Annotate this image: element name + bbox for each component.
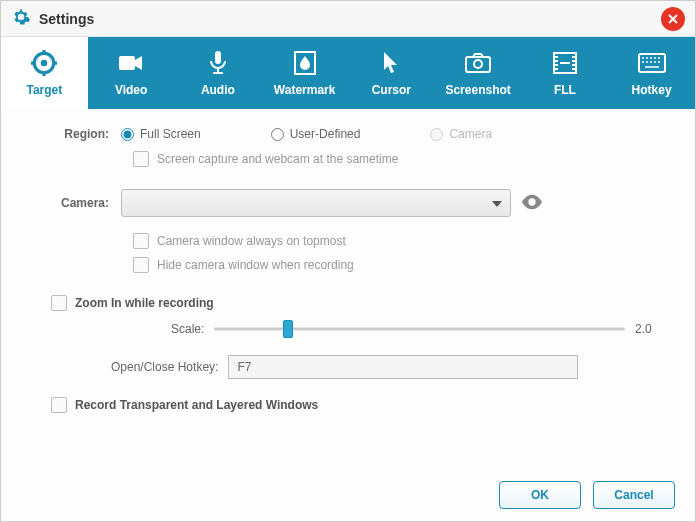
cursor-icon [381, 49, 401, 77]
hotkey-label: Open/Close Hotkey: [111, 360, 218, 374]
checkbox-label: Hide camera window when recording [157, 258, 354, 272]
checkbox-box [133, 233, 149, 249]
watermark-icon [293, 49, 317, 77]
video-icon [118, 49, 144, 77]
content-area: Region: Full Screen User-Defined Camera … [1, 109, 695, 431]
gear-icon [11, 7, 31, 31]
radio-input[interactable] [271, 128, 284, 141]
checkbox-hide-camera: Hide camera window when recording [133, 257, 665, 273]
radio-label: Camera [449, 127, 492, 141]
checkbox-topmost: Camera window always on topmost [133, 233, 665, 249]
chevron-down-icon [492, 196, 502, 210]
checkbox-label: Zoom In while recording [75, 296, 214, 310]
eye-icon[interactable] [521, 194, 543, 213]
tab-watermark[interactable]: Watermark [261, 37, 348, 109]
screenshot-icon [464, 49, 492, 77]
close-button[interactable] [661, 7, 685, 31]
tab-label: Video [115, 83, 147, 97]
tab-bar: Target Video Audio Watermark Cursor Scre… [1, 37, 695, 109]
button-label: Cancel [614, 488, 653, 502]
svg-rect-2 [119, 56, 135, 70]
radio-label: User-Defined [290, 127, 361, 141]
ok-button[interactable]: OK [499, 481, 581, 509]
hotkey-icon [638, 49, 666, 77]
checkbox-zoom[interactable]: Zoom In while recording [51, 295, 665, 311]
tab-label: FLL [554, 83, 576, 97]
checkbox-box [133, 257, 149, 273]
cancel-button[interactable]: Cancel [593, 481, 675, 509]
camera-select[interactable] [121, 189, 511, 217]
tab-target[interactable]: Target [1, 37, 88, 109]
svg-rect-3 [215, 51, 221, 64]
tab-label: Hotkey [632, 83, 672, 97]
target-icon [31, 49, 57, 77]
button-label: OK [531, 488, 549, 502]
footer: OK Cancel [499, 481, 675, 509]
tab-label: Watermark [274, 83, 336, 97]
checkbox-label: Camera window always on topmost [157, 234, 346, 248]
scale-slider[interactable] [214, 319, 625, 339]
audio-icon [207, 49, 229, 77]
tab-video[interactable]: Video [88, 37, 175, 109]
tab-hotkey[interactable]: Hotkey [608, 37, 695, 109]
radio-label: Full Screen [140, 127, 201, 141]
checkbox-label: Record Transparent and Layered Windows [75, 398, 318, 412]
camera-label: Camera: [31, 196, 121, 210]
tab-fll[interactable]: FLL [522, 37, 609, 109]
titlebar: Settings [1, 1, 695, 37]
tab-cursor[interactable]: Cursor [348, 37, 435, 109]
radio-full-screen[interactable]: Full Screen [121, 127, 201, 141]
hotkey-input[interactable] [228, 355, 578, 379]
svg-rect-8 [639, 54, 665, 72]
radio-input[interactable] [121, 128, 134, 141]
checkbox-label: Screen capture and webcam at the sametim… [157, 152, 398, 166]
region-label: Region: [31, 127, 121, 141]
radio-input [430, 128, 443, 141]
slider-track [214, 328, 625, 331]
tab-label: Cursor [372, 83, 411, 97]
tab-label: Audio [201, 83, 235, 97]
tab-audio[interactable]: Audio [175, 37, 262, 109]
scale-value: 2.0 [635, 322, 665, 336]
window-title: Settings [39, 11, 94, 27]
checkbox-sametime: Screen capture and webcam at the sametim… [133, 151, 665, 167]
fll-icon [552, 49, 578, 77]
svg-point-6 [474, 60, 482, 68]
tab-screenshot[interactable]: Screenshot [435, 37, 522, 109]
scale-label: Scale: [171, 322, 204, 336]
checkbox-box[interactable] [51, 397, 67, 413]
svg-point-1 [41, 60, 48, 67]
slider-thumb[interactable] [283, 320, 293, 338]
checkbox-box [133, 151, 149, 167]
radio-camera: Camera [430, 127, 492, 141]
tab-label: Screenshot [445, 83, 510, 97]
tab-label: Target [26, 83, 62, 97]
checkbox-transparent[interactable]: Record Transparent and Layered Windows [51, 397, 665, 413]
checkbox-box[interactable] [51, 295, 67, 311]
radio-user-defined[interactable]: User-Defined [271, 127, 361, 141]
